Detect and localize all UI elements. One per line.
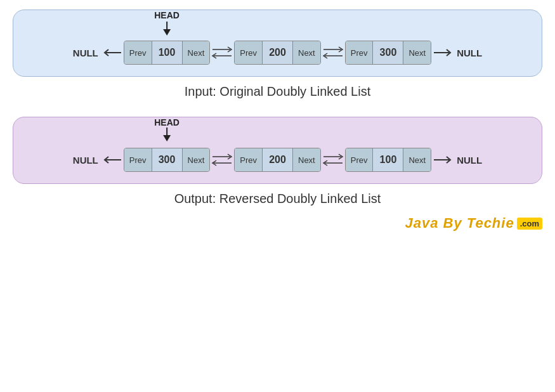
rev-node2-next: Next [293,148,320,171]
reversed-caption: Output: Reversed Doubly Linked List [174,192,381,206]
node2-value: 200 [263,41,293,64]
rev-arrow-2-3 [322,154,344,166]
reversed-node-1: HEAD Prev 300 Next [124,148,210,172]
original-null-left: NULL [73,48,98,58]
node1-value: 100 [152,41,183,64]
watermark: Java By Techie .com [405,215,542,232]
reversed-diagram: NULL HEAD Prev 300 Next [13,117,542,184]
node3-next: Next [403,41,431,64]
node2-next: Next [293,41,320,64]
rev-node1-value: 300 [152,148,183,171]
original-caption: Input: Original Doubly Linked List [185,84,371,99]
node2-prev: Prev [235,41,263,64]
reversed-list-row: NULL HEAD Prev 300 Next [70,148,485,172]
rev-null-left-arrow [103,155,121,165]
rev-node3-value: 100 [373,148,403,171]
arrow-1-2 [211,46,233,59]
rev-node2-prev: Prev [235,148,263,171]
node1-prev: Prev [124,41,152,64]
node1-next: Next [183,41,210,64]
reversed-node-2: Prev 200 Next [234,148,320,172]
original-node-3: Prev 300 Next [345,41,431,65]
rev-node3-prev: Prev [346,148,374,171]
original-diagram: NULL HEAD Prev 100 Next [13,10,542,77]
watermark-text: Java By Techie [405,215,514,232]
original-node-2: Prev 200 Next [234,41,320,65]
rev-null-right-arrow [434,155,452,165]
null-right-arrow [434,48,452,58]
original-list-row: NULL HEAD Prev 100 Next [70,41,485,65]
rev-node2-value: 200 [263,148,293,171]
node3-value: 300 [373,41,403,64]
node3-prev: Prev [346,41,374,64]
head-label-original: HEAD [154,10,180,36]
arrow-2-3 [322,46,344,59]
head-label-reversed: HEAD [154,117,180,141]
rev-node1-next: Next [183,148,210,171]
reversed-node-3: Prev 100 Next [345,148,431,172]
original-null-right: NULL [457,48,482,58]
null-left-arrow [103,48,121,58]
rev-node3-next: Next [403,148,431,171]
original-node-1: HEAD Prev 100 Next [124,41,210,65]
reversed-null-right: NULL [457,155,482,166]
watermark-com: .com [517,218,542,230]
reversed-null-left: NULL [73,155,98,166]
rev-node1-prev: Prev [124,148,152,171]
rev-arrow-1-2 [211,154,233,166]
